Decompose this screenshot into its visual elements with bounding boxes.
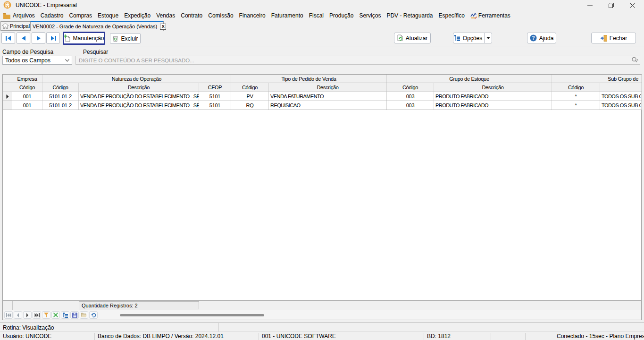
excluir-button[interactable]: Excluir — [110, 33, 141, 44]
grid-group-header[interactable]: Empresa — [12, 75, 42, 83]
usuario-status: Usuário: UNICODE — [3, 333, 51, 340]
nav-last-button[interactable] — [46, 32, 60, 44]
refresh-icon — [397, 34, 403, 42]
search-icon[interactable] — [631, 57, 639, 63]
menu-item-pdv-retaguarda[interactable]: PDV - Retaguarda — [386, 12, 433, 19]
grid-column-header[interactable]: Código — [387, 83, 434, 92]
grid-group-header-row: EmpresaNatureza de OperaçãoTipo de Pedid… — [3, 75, 641, 83]
menu-item-estoque[interactable]: Estoque — [98, 12, 118, 19]
tab-close-icon[interactable]: X — [160, 24, 166, 30]
close-button[interactable] — [626, 1, 638, 9]
fechar-button[interactable]: Fechar — [591, 33, 636, 43]
opcoes-dropdown-arrow[interactable] — [484, 33, 492, 43]
grid-column-header[interactable]: Código — [231, 83, 269, 92]
atualizar-button[interactable]: Atualizar — [394, 33, 431, 43]
menu-item-espec-fico[interactable]: Específico — [438, 12, 464, 19]
menu-item-cadastro[interactable]: Cadastro — [41, 12, 64, 19]
nav-next-button[interactable] — [32, 32, 45, 44]
campo-pesquisa-combo[interactable]: Todos os Campos — [2, 56, 72, 65]
grid-column-header[interactable]: CFOP — [199, 83, 231, 92]
grid-body — [3, 110, 641, 300]
grid-cell[interactable]: REQUISICAO — [269, 101, 387, 110]
grid-cell[interactable]: 001 — [12, 101, 42, 110]
grid-cell[interactable]: PV — [231, 92, 269, 101]
grid-column-header[interactable]: Descrição — [434, 83, 552, 92]
search-input[interactable] — [75, 56, 640, 65]
grid-cell[interactable]: TODOS OS SUB G — [600, 101, 642, 110]
clear-icon[interactable] — [51, 311, 60, 319]
menu-item-compras[interactable]: Compras — [69, 12, 92, 19]
tab-principal[interactable]: Principal — [0, 21, 30, 31]
grid-group-header[interactable]: Tipo de Pedido de Venda — [231, 75, 387, 83]
grid-record-count: Quantidade Registros: 2 — [79, 301, 199, 309]
svg-text:?: ? — [532, 35, 535, 41]
tab-principal-label: Principal — [10, 23, 30, 29]
fechar-label: Fechar — [610, 35, 627, 42]
last-page-icon[interactable] — [33, 311, 41, 319]
menu-item-faturamento[interactable]: Faturamento — [271, 12, 303, 19]
grid-cell[interactable]: VENDA FATURAMENTO — [269, 92, 387, 101]
grid-group-header[interactable]: Grupo de Estoque — [387, 75, 552, 83]
ajuda-button[interactable]: ? Ajuda — [527, 33, 556, 43]
menu-item-ferramentas[interactable]: Ferramentas — [470, 12, 510, 19]
menu-item-comiss-o[interactable]: Comissão — [208, 12, 233, 19]
grid-cell[interactable]: * — [552, 101, 600, 110]
grid-cell[interactable]: TODOS OS SUB G — [600, 92, 642, 101]
grid-row[interactable]: 0015101-01-2VENDA DE PRODUÇÃO DO ESTABEL… — [3, 92, 641, 101]
horizontal-scrollbar[interactable] — [120, 314, 264, 316]
grid-cell[interactable]: 5101-01-2 — [42, 92, 79, 101]
grid-cell[interactable]: VENDA DE PRODUÇÃO DO ESTABELECIMENTO - S… — [79, 92, 199, 101]
load-layout-icon[interactable] — [80, 311, 88, 319]
empresa-status: 001 - UNICODE SOFTWARE — [262, 333, 336, 340]
menu-item-produ-o[interactable]: Produção — [329, 12, 353, 19]
grid-column-header[interactable]: Código — [552, 83, 600, 92]
options-tree-icon — [454, 35, 460, 41]
grid-column-header[interactable]: Código — [12, 83, 42, 92]
grid-row-indicator — [3, 92, 12, 101]
grid-column-header[interactable] — [600, 83, 642, 92]
grid-cell[interactable]: 001 — [12, 92, 42, 101]
undo-icon[interactable] — [89, 311, 98, 319]
tab-active[interactable]: VEN0002 - Grade de Natureza de Operação … — [30, 21, 164, 31]
toolbar: Manutenção Excluir Atualizar Opções ? Aj… — [0, 31, 644, 46]
grid-group-header[interactable]: Sub Grupo de — [552, 75, 642, 83]
grid-cell[interactable]: 003 — [387, 92, 434, 101]
grid-cell[interactable]: RQ — [231, 101, 269, 110]
grid-group-header[interactable]: Natureza de Operação — [42, 75, 231, 83]
restore-button[interactable] — [605, 1, 617, 9]
menu-item-fiscal[interactable]: Fiscal — [309, 12, 324, 19]
save-layout-icon[interactable] — [70, 311, 79, 319]
nav-first-button[interactable] — [1, 32, 15, 44]
menu-item-expedi-o[interactable]: Expedição — [124, 12, 151, 19]
menu-item-contrato[interactable]: Contrato — [181, 12, 202, 19]
first-page-icon[interactable] — [4, 311, 13, 319]
grid-column-header-row: CódigoCódigoDescriçãoCFOPCódigoDescrição… — [3, 83, 641, 92]
grid-row[interactable]: 0015101-01-2VENDA DE PRODUÇÃO DO ESTABEL… — [3, 101, 641, 110]
grid-column-header[interactable]: Código — [42, 83, 79, 92]
grid-cell[interactable]: 5101-01-2 — [42, 101, 79, 110]
manutencao-button[interactable]: Manutenção — [63, 32, 105, 45]
nav-prev-button[interactable] — [17, 32, 30, 44]
status-bar: Usuário: UNICODE Banco de Dados: DB LIMP… — [0, 332, 644, 340]
next-page-icon[interactable] — [23, 311, 32, 319]
group-panel-icon[interactable] — [61, 311, 69, 319]
menu-item-financeiro[interactable]: Financeiro — [239, 12, 266, 19]
help-icon: ? — [530, 34, 537, 42]
grid-cell[interactable]: VENDA DE PRODUÇÃO DO ESTABELECIMENTO - S… — [79, 101, 199, 110]
minimize-button[interactable] — [584, 1, 596, 9]
grid-cell[interactable]: PRODUTO FABRICADO — [434, 92, 552, 101]
grid-cell[interactable]: * — [552, 92, 600, 101]
menu-item-vendas[interactable]: Vendas — [156, 12, 175, 19]
grid-column-header[interactable]: Descrição — [269, 83, 387, 92]
grid-column-header[interactable]: Descrição — [79, 83, 199, 92]
filter-icon[interactable] — [42, 311, 50, 319]
menu-item-servi-os[interactable]: Serviços — [359, 12, 381, 19]
prev-page-icon[interactable] — [14, 311, 22, 319]
grid-cell[interactable]: 5101 — [199, 101, 231, 110]
menu-item-arquivos[interactable]: Arquivos — [13, 12, 35, 19]
grid-cell[interactable]: 003 — [387, 101, 434, 110]
menu-bar: ArquivosCadastroComprasEstoqueExpediçãoV… — [0, 10, 644, 21]
grid-cell[interactable]: PRODUTO FABRICADO — [434, 101, 552, 110]
grid-cell[interactable]: 5101 — [199, 92, 231, 101]
opcoes-button[interactable]: Opções — [453, 33, 492, 43]
